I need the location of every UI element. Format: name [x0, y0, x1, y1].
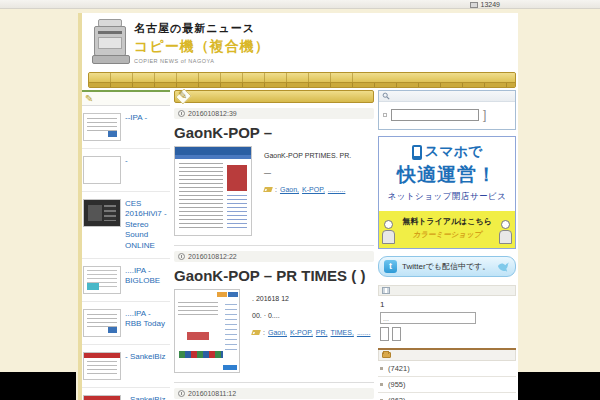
tag-link[interactable]: PR,: [316, 329, 328, 336]
article-date-row: 2016010812:22: [174, 251, 374, 262]
sidebar-article-link[interactable]: - SankeiBiz: [125, 352, 165, 380]
list-item[interactable]: ....IPA - BIGLOBE: [82, 259, 170, 302]
article-body: . 201618 12 00. · 0.... : Gaon, K-POP, P…: [174, 289, 374, 373]
pencil-icon: ✎: [178, 89, 187, 102]
nav-substrip: [89, 82, 515, 87]
article-date-row: 2016010811:12: [174, 388, 374, 399]
site-subtitle-en: COPIER NEWS of NAGOYA: [134, 58, 364, 64]
tag-link[interactable]: TIMES,: [331, 329, 354, 336]
bullet-icon: [380, 367, 383, 370]
browser-top-strip: 13249: [0, 0, 600, 9]
article: 2016010812:22 GaonK-POP – PR TIMES ( ) .…: [174, 251, 374, 383]
category-link[interactable]: (955): [388, 380, 406, 389]
widget-select[interactable]: [380, 327, 389, 341]
article-title[interactable]: GaonK-POP –: [174, 124, 366, 142]
search-icon: [382, 92, 390, 100]
visitor-counter: 13249: [470, 1, 500, 8]
article-thumbnail[interactable]: [83, 352, 121, 380]
page: 13249 名古屋の最新ニュース コピー機（複合機） COPIER NEWS o…: [0, 0, 600, 400]
widget-input[interactable]: [380, 312, 476, 324]
folder-icon: [382, 352, 391, 358]
utility-widget-header: [378, 285, 516, 296]
article-tags: : Gaon, K-POP, PR, TIMES, .......: [252, 329, 371, 336]
ad-cta-strip: 無料トライアルはこちら カラーミーショップ: [379, 211, 515, 248]
smartphone-icon: [412, 145, 422, 160]
search-widget-body: ]: [379, 102, 515, 129]
list-item[interactable]: - SankeiBiz: [82, 345, 170, 388]
search-button[interactable]: ]: [483, 110, 486, 120]
article-date: 2016010811:12: [188, 390, 236, 397]
list-item[interactable]: -: [82, 149, 170, 192]
list-item[interactable]: (955): [378, 377, 516, 393]
search-input[interactable]: [391, 109, 479, 121]
monitor-icon: [470, 2, 478, 8]
left-sidebar: ✎ --IPA - - CES 2016HiVi7 - Stereo Sound…: [82, 90, 170, 400]
counter-value: 13249: [481, 1, 500, 8]
tag-icon: [251, 330, 261, 335]
article-thumbnail[interactable]: [83, 199, 121, 227]
article: 2016010811:12 331X 100 – livedoor: [174, 388, 374, 400]
ad-brand-text: カラーミーショップ: [379, 230, 515, 240]
list-item[interactable]: - SankeiBiz: [82, 388, 170, 400]
tag-link[interactable]: K-POP,: [302, 186, 325, 193]
widget-select[interactable]: [392, 327, 401, 341]
pencil-icon: ✎: [85, 93, 93, 104]
ad-banner[interactable]: スマホで 快適運営！ ネットショップ開店サービス 無料トライアルはこちら カラー…: [378, 136, 516, 249]
site-subtitle[interactable]: コピー機（複合機）: [134, 38, 364, 56]
list-item[interactable]: (862): [378, 393, 516, 400]
screen-black-corner: [518, 372, 600, 400]
copier-slot: [98, 31, 122, 34]
left-sidebar-header: ✎: [82, 90, 170, 106]
tag-link[interactable]: .........: [328, 186, 346, 193]
twitter-logo-icon: t: [384, 260, 397, 273]
article: 2016010812:39 GaonK-POP – GaonK-POP PRTI…: [174, 108, 374, 246]
tag-prefix: :: [275, 186, 277, 193]
article-thumbnail[interactable]: [174, 146, 252, 236]
ad-line1: スマホで: [425, 143, 482, 161]
copier-logo-icon[interactable]: [92, 19, 130, 67]
twitter-banner[interactable]: t Twitterでも配信中です。: [378, 256, 516, 277]
article-date-row: 2016010812:39: [174, 108, 374, 119]
tag-link[interactable]: K-POP,: [290, 329, 313, 336]
excerpt-line: . 201618 12: [252, 295, 371, 302]
article-excerpt: . 201618 12 00. · 0.... : Gaon, K-POP, P…: [252, 289, 371, 373]
article-thumbnail[interactable]: [83, 113, 121, 141]
utility-widget: 1: [378, 285, 516, 341]
list-item[interactable]: ....IPA - RBB Today: [82, 302, 170, 345]
ad-cta-text: 無料トライアルはこちら: [379, 211, 515, 227]
ad-row1: スマホで: [379, 143, 515, 161]
clock-icon: [178, 390, 185, 397]
tag-link[interactable]: Gaon,: [280, 186, 299, 193]
widget-selects: [380, 327, 516, 341]
article-thumbnail[interactable]: [83, 309, 121, 337]
main-column: ✎ 2016010812:39 GaonK-POP – GaonK-POP PR…: [174, 90, 374, 400]
list-item[interactable]: (7421): [378, 361, 516, 377]
sidebar-article-link[interactable]: CES 2016HiVi7 - Stereo Sound ONLINE: [125, 199, 169, 251]
article-thumbnail[interactable]: [83, 156, 121, 184]
article-title[interactable]: GaonK-POP – PR TIMES ( ): [174, 267, 366, 285]
tag-link[interactable]: .......: [357, 329, 371, 336]
list-item[interactable]: CES 2016HiVi7 - Stereo Sound ONLINE: [82, 192, 170, 259]
calendar-icon: [382, 287, 390, 294]
sidebar-article-link[interactable]: ....IPA - RBB Today: [125, 309, 169, 337]
sidebar-article-link[interactable]: -: [125, 156, 128, 184]
article-thumbnail[interactable]: [83, 266, 121, 294]
tag-icon: [263, 187, 273, 192]
sidebar-article-link[interactable]: - SankeiBiz: [125, 395, 165, 400]
sidebar-article-link[interactable]: ....IPA - BIGLOBE: [125, 266, 169, 294]
page-number: 1: [380, 300, 516, 309]
bullet-icon: [380, 383, 383, 386]
ad-line2: 快適運営！: [379, 162, 515, 188]
copier-panel: [98, 37, 122, 49]
excerpt-line: —: [264, 169, 351, 176]
category-link[interactable]: (7421): [388, 364, 410, 373]
screen-black-corner: [0, 372, 76, 400]
article-separator: [174, 245, 374, 246]
sidebar-article-link[interactable]: --IPA -: [125, 113, 147, 141]
list-item[interactable]: --IPA -: [82, 106, 170, 149]
article-thumbnail[interactable]: [83, 395, 121, 400]
category-link[interactable]: (862): [388, 396, 406, 400]
nav-menu-bar[interactable]: [88, 72, 516, 88]
tag-link[interactable]: Gaon,: [268, 329, 287, 336]
article-thumbnail[interactable]: [174, 289, 240, 373]
